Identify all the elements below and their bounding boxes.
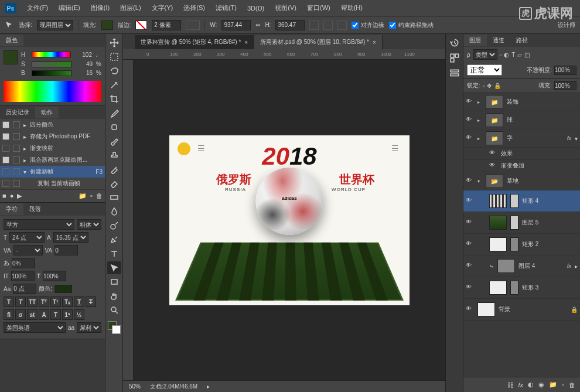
stamp-tool[interactable]: [107, 149, 121, 162]
arrange-icon[interactable]: [337, 21, 347, 30]
menu-view[interactable]: 视图(V): [270, 1, 301, 15]
menu-window[interactable]: 窗口(W): [302, 1, 335, 15]
menu-3d[interactable]: 3D(D): [243, 2, 269, 14]
smallcaps-btn[interactable]: Tᵀ: [39, 296, 49, 307]
layer-fx[interactable]: 👁效果: [463, 148, 580, 160]
baseline[interactable]: [13, 284, 36, 294]
bold-btn[interactable]: T: [4, 296, 14, 307]
visibility-icon[interactable]: 👁: [466, 177, 474, 185]
menu-help[interactable]: 帮助(H): [336, 1, 367, 15]
zoom-tool[interactable]: [107, 304, 121, 316]
ot-btn[interactable]: σ: [15, 309, 26, 320]
gradient-tool[interactable]: [107, 191, 121, 204]
doc-tab-2[interactable]: 所用素材.psd @ 50% (图层 10, RGB/8#) *×: [254, 35, 383, 49]
layer-item[interactable]: 👁矩形 3: [463, 277, 580, 299]
visibility-icon[interactable]: 👁: [466, 284, 474, 292]
hand-tool[interactable]: [107, 289, 121, 302]
layer-group[interactable]: 👁▸📁球: [463, 111, 580, 129]
sub-btn[interactable]: T₁: [62, 296, 73, 307]
tsume[interactable]: [12, 258, 35, 268]
blur-tool[interactable]: [107, 205, 121, 218]
fill-swatch[interactable]: [101, 21, 113, 30]
layer-item[interactable]: 👁图层 5: [463, 212, 580, 234]
fi-btn[interactable]: fi: [4, 309, 14, 320]
align-icon[interactable]: [323, 21, 333, 30]
record-icon[interactable]: ●: [10, 192, 14, 200]
visibility-icon[interactable]: 👁: [489, 149, 497, 158]
stop-icon[interactable]: ■: [2, 192, 6, 200]
rectangle-tool[interactable]: [107, 275, 121, 288]
visibility-icon[interactable]: 👁: [466, 134, 474, 142]
filter-adj-icon[interactable]: ◐: [504, 52, 509, 58]
aalt-btn[interactable]: A: [39, 309, 49, 320]
play-icon[interactable]: ▶: [17, 192, 22, 200]
fg-swatch[interactable]: [4, 50, 18, 64]
new-layer-icon[interactable]: ▫: [562, 381, 564, 388]
pen-tool[interactable]: [107, 233, 121, 246]
properties-icon[interactable]: [449, 68, 460, 79]
canvas[interactable]: ☰ ☰ 2018 俄罗斯 世界杯 RUSSIA WORLD CUP: [134, 60, 445, 380]
filter-shape-icon[interactable]: ▱: [517, 52, 522, 58]
tab-paragraph[interactable]: 段落: [23, 203, 47, 215]
trash-icon[interactable]: 🗑: [569, 381, 575, 388]
height-input[interactable]: [275, 20, 305, 30]
stroke-width[interactable]: [152, 20, 181, 30]
color-spectrum[interactable]: [4, 81, 101, 102]
zoom-level[interactable]: 50%: [129, 383, 141, 390]
mask-icon[interactable]: ◐: [528, 381, 534, 388]
ord-btn[interactable]: 1ˢ: [62, 309, 73, 320]
filter-pixel-icon[interactable]: ▫: [500, 52, 502, 58]
text-color-swatch[interactable]: [54, 285, 72, 293]
underline-btn[interactable]: T: [74, 296, 84, 307]
color-swatches[interactable]: [108, 321, 121, 334]
brush-tool[interactable]: [107, 135, 121, 148]
crop-tool[interactable]: [107, 93, 121, 105]
font-select[interactable]: 苹方: [4, 219, 74, 230]
eraser-tool[interactable]: [107, 177, 121, 190]
lang-select[interactable]: 美国英语: [4, 322, 66, 333]
visibility-icon[interactable]: 👁: [466, 98, 474, 106]
titl-btn[interactable]: T: [50, 309, 61, 320]
visibility-icon[interactable]: 👁: [466, 305, 474, 313]
layer-filter[interactable]: 类型: [473, 49, 497, 60]
kerning[interactable]: -: [13, 245, 43, 255]
visibility-icon[interactable]: 👁: [466, 219, 474, 227]
aa-select[interactable]: 犀利: [77, 322, 101, 333]
tab-channels[interactable]: 通道: [487, 35, 510, 46]
visibility-icon[interactable]: 👁: [466, 262, 474, 270]
layer-group[interactable]: 👁▸📁装饰: [463, 93, 580, 111]
layer-select[interactable]: 现用图层: [37, 20, 73, 30]
leading[interactable]: 16.35 点: [53, 232, 88, 243]
menu-layer[interactable]: 图层(L): [115, 1, 145, 15]
link-layers-icon[interactable]: ⛓: [507, 381, 514, 388]
lock-position-icon[interactable]: ✥: [487, 83, 492, 89]
st-btn[interactable]: st: [27, 309, 37, 320]
heal-tool[interactable]: [107, 121, 121, 134]
filter-smart-icon[interactable]: ◫: [524, 52, 530, 58]
action-item[interactable]: ▸存储为 Photoshop PDF: [0, 131, 105, 142]
visibility-icon[interactable]: 👁: [489, 162, 497, 170]
swatches-icon[interactable]: [449, 53, 460, 63]
layer-background[interactable]: 👁背景🔒: [463, 299, 580, 321]
stroke-swatch[interactable]: [135, 21, 147, 30]
sat-slider[interactable]: [32, 62, 71, 67]
layer-group[interactable]: 👁▾📂草地: [463, 172, 580, 190]
visibility-icon[interactable]: 👁: [466, 116, 474, 124]
action-item[interactable]: ▸四分颜色: [0, 119, 105, 131]
history-icon[interactable]: [449, 38, 460, 48]
move-tool[interactable]: [107, 36, 121, 49]
doc-tab-1[interactable]: 世界杯宣传 @ 50% (矩形 4, RGB/8#) *×: [135, 35, 254, 49]
workspace-label[interactable]: 设计师: [558, 21, 575, 29]
align-edges-check[interactable]: 对齐边缘: [352, 21, 384, 29]
tracking[interactable]: [54, 245, 78, 255]
action-item[interactable]: 复制 当前动画帧: [0, 178, 105, 189]
constrain-check[interactable]: 约束路径拖动: [389, 21, 434, 29]
menu-select[interactable]: 选择(S): [179, 1, 210, 15]
bri-slider[interactable]: [32, 70, 71, 76]
lasso-tool[interactable]: [107, 64, 121, 77]
menu-edit[interactable]: 编辑(E): [54, 1, 85, 15]
trash-icon[interactable]: 🗑: [96, 192, 103, 200]
action-item[interactable]: ▸渐变映射: [0, 142, 105, 154]
blend-mode[interactable]: 正常: [467, 64, 502, 76]
vscale[interactable]: [11, 271, 35, 281]
